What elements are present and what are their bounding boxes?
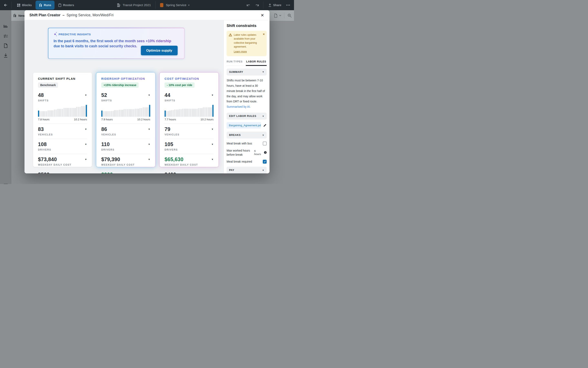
expand-panel-button[interactable] [0,183,11,184]
tab-run-types[interactable]: RUN TYPES [227,60,243,63]
plan-badge: - 10% cost per ride [165,83,195,88]
shifts-label: SHIFTS [101,99,150,102]
constraints-tabs: RUN TYPES LABOR RULES [227,60,267,65]
filters-tool-button[interactable] [0,33,11,39]
tab-labor-rules[interactable]: LABOR RULES [246,60,266,63]
plan-title: RIDERSHIP OPTIMIZATION [101,77,150,80]
shift-length-histogram [101,105,150,117]
chevron-down-icon[interactable]: ▼ [211,94,214,96]
summary-header-label: SUMMARY [229,71,243,74]
chevron-down-icon: ▼ [262,71,264,73]
chevron-down-icon: ▼ [262,115,264,117]
hist-max-label: 10.2 hours [74,118,87,121]
cost-label: WEEKDAY DAILY COST [101,163,150,166]
modal-header: Shift Plan Creator – Spring Service, Mon… [25,10,269,20]
chevron-down-icon: ▼ [262,169,264,171]
shifts-label: SHIFTS [38,99,87,102]
runs-icon [39,3,42,7]
chevron-down-icon[interactable]: ▼ [211,128,214,130]
tab-rosters[interactable]: Rosters [55,1,77,9]
blocks-icon [17,3,20,7]
drivers-value: 105 [165,141,173,147]
chevron-down-icon[interactable]: ▼ [148,158,150,161]
hist-min-label: 7.7 hours [165,118,176,121]
file-icon [274,13,278,18]
chart-tool-button[interactable] [0,24,11,29]
divider [155,1,156,9]
meal-break-required-label: Meal break required [227,159,255,164]
download-tool-button[interactable] [0,53,11,58]
chevron-down-icon[interactable]: ▼ [85,143,87,146]
left-icon-rail [0,10,11,184]
undo-button[interactable] [246,2,252,8]
meal-break-required-checkbox[interactable] [263,160,267,164]
undo-icon [247,3,251,7]
chevron-down-icon[interactable]: ▼ [211,158,214,161]
back-button[interactable] [0,3,11,7]
chevron-down-icon[interactable]: ▼ [85,158,87,161]
plan-badge: Benchmark [38,83,58,88]
sliders-icon [3,33,8,39]
zoom-in-icon [287,13,292,18]
tab-blocks[interactable]: Blocks [14,1,35,9]
service-name: Spring Service [166,3,186,7]
max-worked-hours-value: 5 hours [254,149,263,156]
summary-text: Shifts must be between 7-10 hours, have … [227,79,265,103]
panel-expand-icon [3,183,8,184]
warning-text: Labor rules updates available from your … [234,33,257,48]
divider [11,2,12,9]
chevron-down-icon[interactable]: ▼ [148,128,150,130]
shift-plan-creator-modal: Shift Plan Creator – Spring Service, Mon… [25,10,269,173]
vehicles-label: VEHICLES [101,133,150,136]
document-tool-button[interactable] [0,43,11,48]
pay-section-header[interactable]: PAY ▼ [227,167,267,173]
shifts-value: 44 [165,92,170,98]
chevron-down-icon[interactable]: ▼ [85,128,87,130]
redo-button[interactable] [254,2,260,8]
chevron-down-icon[interactable]: ▼ [211,143,214,146]
hist-max-label: 10.2 hours [137,118,150,121]
summary-section-header[interactable]: SUMMARY ▼ [227,69,267,75]
vehicles-label: VEHICLES [165,133,214,136]
hist-min-label: 7.9 hours [101,118,113,121]
document-type-button[interactable] [274,13,281,18]
panel-title: Shift constraints [227,23,267,28]
shifts-value: 52 [101,92,107,98]
shift-constraints-panel: Shift constraints Labor rules updates av… [224,20,269,173]
tab-runs[interactable]: Runs [36,1,55,9]
bargaining-agreement-file[interactable]: Bargaining_Agreement.pdf [227,122,261,129]
drivers-label: DRIVERS [38,148,87,151]
service-selector[interactable]: Spring Service ▼ [166,3,190,7]
edit-labor-rules-section-header[interactable]: EDIT LABOR RULES ▼ [227,113,267,120]
learn-more-link[interactable]: Learn more [234,50,247,54]
cost-value: $65,630 [165,156,183,162]
chevron-down-icon[interactable]: ▼ [148,94,150,96]
modal-title: Shift Plan Creator [29,13,60,17]
more-menu-button[interactable] [285,2,291,8]
breaks-section-header[interactable]: BREAKS ▼ [227,132,267,138]
drivers-value: 108 [38,141,47,147]
edit-file-button[interactable] [263,124,267,127]
plan-card-cost: COST OPTIMIZATION - 10% cost per ride 44… [160,73,218,167]
vehicles-label: VEHICLES [38,133,87,136]
vehicles-value: 79 [165,126,170,132]
project-list-icon [117,3,120,7]
share-button[interactable]: Share [268,3,281,7]
chevron-down-icon[interactable]: ▼ [85,94,87,96]
info-icon[interactable]: i [264,151,267,154]
warning-close-icon[interactable]: ✕ [263,33,265,36]
plan-badge: +15% ridership increase [101,83,139,88]
chevron-down-icon[interactable]: ▼ [148,143,150,146]
title-separator: – [62,13,65,17]
project-name: Transit Project 2021 [123,3,151,7]
share-label: Share [273,3,281,7]
new-button[interactable]: New [13,10,25,21]
new-button-label: New [18,14,25,17]
divider [284,12,285,18]
zoom-button[interactable] [287,13,292,18]
summarised-by-ai-link[interactable]: Summarised by AI. [227,105,251,108]
close-button[interactable]: ✕ [260,13,265,18]
optimize-supply-button[interactable]: Optimize supply [141,46,177,55]
meal-break-with-bus-checkbox[interactable] [263,142,267,146]
rides-value: 2900 [101,172,113,173]
